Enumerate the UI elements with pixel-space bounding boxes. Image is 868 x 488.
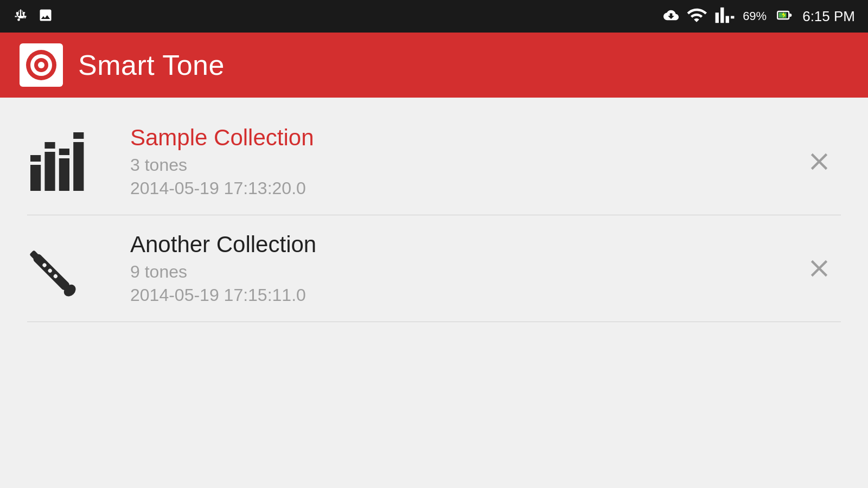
collection-tones-2: 9 tones [130,262,797,282]
svg-rect-11 [44,142,55,149]
status-bar: 69% 6:15 PM [0,0,868,33]
usb-icon [13,8,28,25]
svg-rect-9 [73,142,84,191]
download-icon [663,8,679,25]
collection-info-2: Another Collection 9 tones 2014-05-19 17… [114,232,797,305]
collection-icon-2 [27,236,114,301]
svg-rect-8 [59,158,69,191]
instrument-icon [27,236,92,301]
collection-date-1: 2014-05-19 17:13:20.0 [130,178,797,198]
signal-icon [714,5,735,28]
battery-text: 69% [743,9,767,23]
collection-icon-1 [27,129,114,194]
svg-rect-13 [73,132,84,139]
close-icon-1 [805,147,833,176]
equalizer-icon [27,129,92,194]
svg-rect-10 [30,155,41,162]
content-area: Sample Collection 3 tones 2014-05-19 17:… [0,98,868,333]
battery-icon [774,8,795,25]
status-right-icons: 69% 6:15 PM [663,5,855,28]
collection-delete-1[interactable] [797,140,841,183]
close-icon-2 [805,254,833,282]
wifi-icon [686,5,707,28]
collection-info-1: Sample Collection 3 tones 2014-05-19 17:… [114,125,797,198]
app-logo [20,43,63,87]
divider-2 [27,322,841,322]
collection-item-1[interactable]: Sample Collection 3 tones 2014-05-19 17:… [0,108,868,215]
svg-rect-6 [30,165,41,191]
status-left-icons [13,8,53,25]
collection-tones-1: 3 tones [130,155,797,175]
svg-point-5 [38,62,44,68]
collection-item-2[interactable]: Another Collection 9 tones 2014-05-19 17… [0,215,868,322]
svg-rect-7 [44,152,55,191]
logo-icon [25,49,58,81]
collection-date-2: 2014-05-19 17:15:11.0 [130,285,797,305]
collection-delete-2[interactable] [797,247,841,290]
image-icon [38,8,53,25]
collection-name-1: Sample Collection [130,125,797,151]
app-title: Smart Tone [78,49,225,81]
app-header: Smart Tone [0,33,868,98]
svg-rect-12 [59,149,69,155]
collection-name-2: Another Collection [130,232,797,258]
status-time: 6:15 PM [802,8,855,25]
